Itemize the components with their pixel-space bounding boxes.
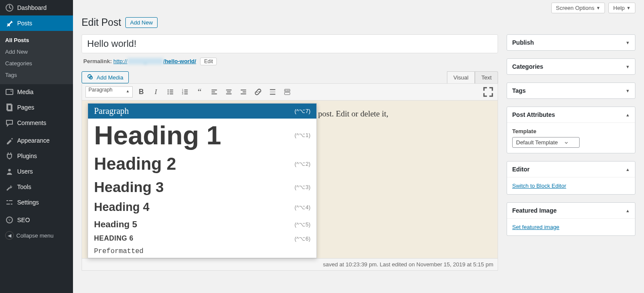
- sidebar-item-tools[interactable]: Tools: [0, 179, 73, 195]
- screen-options-button[interactable]: Screen Options ▼: [551, 3, 605, 13]
- appearance-icon: [5, 136, 14, 145]
- switch-block-editor-link[interactable]: Switch to Block Editor: [512, 183, 566, 189]
- chevron-down-icon: ▼: [596, 6, 600, 10]
- link-button[interactable]: [252, 86, 264, 98]
- chevron-up-icon: ▲: [626, 167, 630, 172]
- svg-rect-9: [11, 204, 12, 204]
- permalink-link[interactable]: http:// /hello-world/: [113, 58, 196, 64]
- metabox-publish-header[interactable]: Publish▼: [507, 35, 635, 50]
- sidebar-item-dashboard[interactable]: Dashboard: [0, 0, 73, 15]
- template-select[interactable]: Default Template: [512, 137, 580, 148]
- chevron-down-icon: ▼: [626, 6, 631, 10]
- collapse-menu-button[interactable]: ◀ Collapse menu: [0, 228, 73, 243]
- svg-rect-28: [226, 90, 232, 91]
- metabox-featured-header[interactable]: Featured Image▲: [507, 203, 635, 219]
- sidebar-item-appearance[interactable]: Appearance: [0, 133, 73, 148]
- sidebar-label: Tools: [17, 183, 31, 190]
- post-title-input[interactable]: [82, 34, 498, 53]
- toolbar-toggle-button[interactable]: [281, 86, 293, 98]
- sidebar-label: SEO: [17, 217, 30, 223]
- metabox-column: Publish▼ Categories▼ Tags▼ Post Attribut…: [507, 34, 635, 271]
- format-option-preformatted[interactable]: Preformatted: [88, 245, 316, 258]
- tab-text[interactable]: Text: [475, 71, 498, 83]
- chevron-down-icon: ▼: [626, 64, 630, 69]
- format-option-h1[interactable]: Heading 1(^⌥1): [88, 119, 316, 152]
- sidebar-label: Settings: [17, 199, 39, 206]
- settings-icon: [5, 198, 14, 207]
- metabox-categories-header[interactable]: Categories▼: [507, 59, 635, 74]
- submenu-tags[interactable]: Tags: [0, 69, 73, 81]
- tab-visual[interactable]: Visual: [447, 71, 475, 83]
- help-button[interactable]: Help ▼: [608, 3, 635, 13]
- numbered-list-button[interactable]: 123: [179, 86, 191, 98]
- sidebar-item-settings[interactable]: Settings: [0, 195, 73, 210]
- svg-rect-35: [270, 92, 276, 92]
- sidebar-item-users[interactable]: Users: [0, 164, 73, 179]
- format-option-h6[interactable]: HEADING 6(^⌥6): [88, 232, 316, 245]
- sidebar-item-media[interactable]: Media: [0, 84, 73, 100]
- svg-rect-36: [270, 94, 276, 95]
- italic-button[interactable]: I: [150, 86, 162, 98]
- sidebar-label: Users: [17, 168, 33, 175]
- svg-rect-39: [287, 90, 288, 91]
- sidebar-item-seo[interactable]: Y SEO: [0, 212, 73, 228]
- svg-rect-32: [243, 92, 246, 92]
- svg-rect-14: [170, 90, 173, 91]
- svg-rect-27: [212, 94, 217, 95]
- plugins-icon: [5, 152, 14, 160]
- metabox-publish: Publish▼: [507, 34, 635, 51]
- svg-point-5: [8, 169, 11, 171]
- submenu-all-posts[interactable]: All Posts: [0, 34, 73, 46]
- sidebar-item-posts[interactable]: Posts: [0, 15, 73, 31]
- pages-icon: [5, 103, 14, 112]
- svg-rect-16: [170, 92, 173, 92]
- chevron-up-icon: ▲: [126, 89, 130, 93]
- align-left-button[interactable]: [208, 86, 220, 98]
- svg-rect-29: [227, 92, 231, 92]
- fullscreen-button[interactable]: [482, 86, 494, 98]
- sidebar-label: Dashboard: [17, 4, 47, 11]
- seo-icon: Y: [5, 216, 14, 224]
- format-option-paragraph[interactable]: Paragraph(^⌥7): [88, 104, 316, 119]
- readmore-button[interactable]: [267, 86, 279, 98]
- align-right-button[interactable]: [237, 86, 249, 98]
- editor-toolbar: Paragraph▲ B I 123 “: [82, 83, 498, 101]
- bullet-list-button[interactable]: [164, 86, 176, 98]
- submenu-categories[interactable]: Categories: [0, 58, 73, 69]
- format-option-h4[interactable]: Heading 4(^⌥4): [88, 198, 316, 217]
- svg-rect-1: [6, 89, 13, 95]
- metabox-editor-header[interactable]: Editor▲: [507, 162, 635, 177]
- pin-icon: [5, 19, 14, 27]
- add-media-button[interactable]: Add Media: [82, 71, 129, 83]
- admin-sidebar: Dashboard Posts All Posts Add New Catego…: [0, 0, 73, 293]
- media-toolbar-row: Add Media Visual Text: [82, 71, 498, 83]
- svg-rect-22: [184, 92, 188, 92]
- svg-point-17: [167, 93, 169, 95]
- sidebar-item-comments[interactable]: Comments: [0, 115, 73, 131]
- permalink-edit-button[interactable]: Edit: [200, 58, 217, 65]
- align-center-button[interactable]: [223, 86, 235, 98]
- format-option-h5[interactable]: Heading 5(^⌥5): [88, 217, 316, 232]
- set-featured-image-link[interactable]: Set featured image: [512, 224, 559, 230]
- sidebar-label: Media: [17, 89, 33, 95]
- svg-rect-38: [286, 90, 286, 91]
- sidebar-item-plugins[interactable]: Plugins: [0, 148, 73, 164]
- format-option-h2[interactable]: Heading 2(^⌥2): [88, 152, 316, 176]
- metabox-tags-header[interactable]: Tags▼: [507, 83, 635, 98]
- blockquote-button[interactable]: “: [194, 86, 206, 98]
- sidebar-label: Pages: [17, 104, 34, 111]
- sidebar-item-pages[interactable]: Pages: [0, 100, 73, 115]
- add-new-button[interactable]: Add New: [125, 17, 158, 28]
- sidebar-label: Posts: [17, 20, 32, 27]
- bold-button[interactable]: B: [135, 86, 147, 98]
- format-option-h3[interactable]: Heading 3(^⌥3): [88, 176, 316, 198]
- svg-rect-8: [6, 204, 10, 204]
- collapse-label: Collapse menu: [16, 232, 54, 239]
- metabox-attributes-header[interactable]: Post Attributes▲: [507, 107, 635, 123]
- permalink-label: Permalink:: [83, 58, 112, 64]
- format-dropdown-button[interactable]: Paragraph▲: [85, 86, 133, 98]
- svg-rect-40: [289, 90, 289, 91]
- svg-point-13: [167, 89, 169, 91]
- submenu-add-new[interactable]: Add New: [0, 46, 73, 58]
- svg-rect-31: [241, 90, 246, 91]
